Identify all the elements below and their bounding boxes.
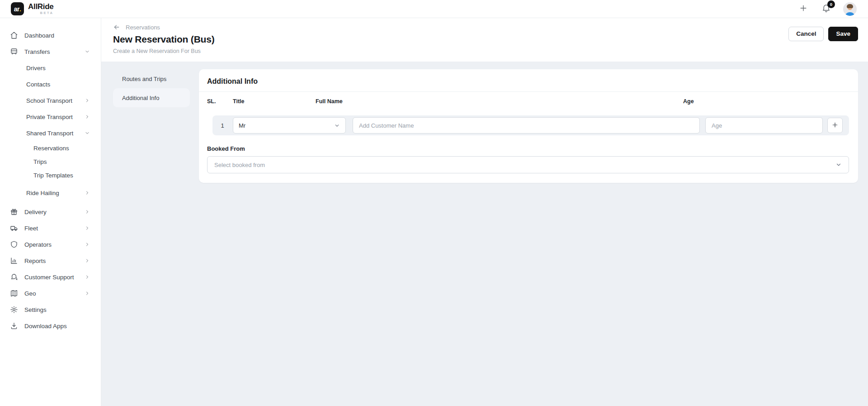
sidebar-item-reports[interactable]: Reports bbox=[0, 253, 101, 269]
chevron-down-icon bbox=[835, 162, 842, 168]
sidebar-item-label: School Transport bbox=[26, 97, 72, 104]
plus-icon bbox=[799, 4, 808, 14]
divider bbox=[199, 91, 858, 92]
passenger-row: 1 Mr bbox=[212, 115, 849, 135]
bar-chart-icon bbox=[10, 257, 18, 265]
chevron-right-icon bbox=[85, 274, 90, 280]
breadcrumb-label[interactable]: Reservations bbox=[126, 24, 160, 31]
sidebar-item-label: Drivers bbox=[26, 65, 46, 72]
sidebar-item-label: Transfers bbox=[24, 48, 50, 55]
logo-mark-icon: ar. bbox=[11, 2, 24, 15]
brand-text: AllRide BETA bbox=[28, 3, 53, 15]
sidebar-item-label: Contacts bbox=[26, 81, 50, 88]
sidebar-item-drivers[interactable]: Drivers bbox=[0, 60, 101, 76]
chevron-right-icon bbox=[85, 242, 90, 247]
bus-icon bbox=[10, 48, 18, 56]
brand-name: AllRide bbox=[28, 3, 53, 10]
chevron-right-icon bbox=[85, 209, 90, 215]
column-header-age: Age bbox=[683, 98, 694, 105]
card-title: Additional Info bbox=[207, 77, 849, 86]
sidebar-item-label: Reservations bbox=[33, 145, 69, 152]
header-actions: Cancel Save bbox=[788, 27, 858, 41]
tab-additional-info[interactable]: Additional Info bbox=[113, 88, 190, 107]
sidebar-item-label: Trip Templates bbox=[33, 172, 73, 179]
chevron-right-icon bbox=[85, 225, 90, 231]
sidebar-item-contacts[interactable]: Contacts bbox=[0, 76, 101, 92]
additional-info-card: Additional Info SL. Title Full Name Age … bbox=[199, 69, 858, 183]
topbar: ar. AllRide BETA 0 bbox=[0, 0, 868, 18]
main-area: Reservations New Reservation (Bus) Creat… bbox=[101, 18, 868, 406]
sidebar-item-trip-templates[interactable]: Trip Templates bbox=[0, 168, 101, 182]
tab-label: Additional Info bbox=[122, 95, 159, 101]
sidebar-item-trips[interactable]: Trips bbox=[0, 155, 101, 168]
tab-label: Routes and Trips bbox=[122, 76, 166, 82]
sidebar-item-label: Operators bbox=[24, 241, 52, 248]
content-area: Routes and Trips Additional Info Additio… bbox=[101, 62, 868, 406]
sidebar-item-school-transport[interactable]: School Transport bbox=[0, 92, 101, 109]
booked-from-label: Booked From bbox=[207, 145, 849, 152]
gear-icon bbox=[10, 306, 18, 314]
chevron-right-icon bbox=[85, 190, 90, 196]
table-column-headers: SL. Title Full Name Age bbox=[207, 98, 849, 105]
sidebar-item-settings[interactable]: Settings bbox=[0, 301, 101, 318]
title-select[interactable]: Mr bbox=[233, 117, 346, 134]
chevron-down-icon bbox=[85, 130, 90, 136]
sidebar-item-geo[interactable]: Geo bbox=[0, 285, 101, 301]
avatar-shirt bbox=[845, 12, 855, 16]
full-name-input[interactable] bbox=[353, 117, 700, 134]
page-subtitle: Create a New Reservation For Bus bbox=[113, 48, 858, 54]
chevron-right-icon bbox=[85, 114, 90, 119]
sidebar-item-label: Ride Hailing bbox=[26, 190, 59, 196]
form-section-nav: Routes and Trips Additional Info bbox=[113, 69, 190, 107]
sidebar-item-fleet[interactable]: Fleet bbox=[0, 220, 101, 236]
column-header-sl: SL. bbox=[207, 98, 216, 105]
cancel-button[interactable]: Cancel bbox=[788, 27, 824, 41]
title-select-value: Mr bbox=[239, 122, 245, 129]
sidebar-item-label: Download Apps bbox=[24, 323, 67, 330]
notifications-button[interactable]: 0 bbox=[821, 4, 831, 14]
tab-routes-and-trips[interactable]: Routes and Trips bbox=[113, 69, 190, 88]
chat-icon bbox=[10, 273, 18, 281]
sidebar: Dashboard Transfers Drivers Contacts Sch… bbox=[0, 18, 101, 406]
map-icon bbox=[10, 289, 18, 297]
chevron-right-icon bbox=[85, 98, 90, 103]
sidebar-item-customer-support[interactable]: Customer Support bbox=[0, 269, 101, 285]
user-avatar[interactable] bbox=[843, 2, 857, 16]
sidebar-item-delivery[interactable]: Delivery bbox=[0, 204, 101, 220]
add-new-button[interactable] bbox=[798, 4, 809, 14]
add-passenger-button[interactable] bbox=[827, 118, 843, 133]
booked-from-select[interactable]: Select booked from bbox=[207, 156, 849, 173]
sidebar-item-transfers[interactable]: Transfers bbox=[0, 43, 101, 60]
sidebar-item-label: Delivery bbox=[24, 209, 47, 215]
sidebar-item-label: Shared Transport bbox=[26, 130, 73, 137]
age-input[interactable] bbox=[705, 117, 823, 134]
sidebar-item-label: Customer Support bbox=[24, 274, 74, 281]
back-arrow-icon[interactable] bbox=[113, 24, 120, 31]
sidebar-item-label: Geo bbox=[24, 290, 36, 297]
chevron-down-icon bbox=[85, 49, 90, 54]
column-header-full-name: Full Name bbox=[316, 98, 343, 105]
sidebar-item-label: Trips bbox=[33, 158, 47, 165]
sidebar-item-download-apps[interactable]: Download Apps bbox=[0, 318, 101, 334]
save-button[interactable]: Save bbox=[828, 27, 858, 41]
sidebar-item-label: Reports bbox=[24, 258, 46, 264]
notification-count-badge: 0 bbox=[827, 0, 835, 8]
topbar-actions: 0 bbox=[798, 2, 857, 16]
sidebar-item-shared-transport[interactable]: Shared Transport bbox=[0, 125, 101, 141]
avatar-hair bbox=[847, 4, 853, 8]
sidebar-item-reservations[interactable]: Reservations bbox=[0, 141, 101, 155]
app-logo[interactable]: ar. AllRide BETA bbox=[11, 2, 53, 15]
sidebar-item-ride-hailing[interactable]: Ride Hailing bbox=[0, 185, 101, 201]
sidebar-item-label: Private Transport bbox=[26, 114, 73, 120]
truck-icon bbox=[10, 224, 18, 232]
sidebar-item-private-transport[interactable]: Private Transport bbox=[0, 109, 101, 125]
breadcrumb: Reservations bbox=[113, 24, 858, 31]
brand-beta-badge: BETA bbox=[40, 11, 54, 15]
sidebar-item-dashboard[interactable]: Dashboard bbox=[0, 27, 101, 43]
chevron-down-icon bbox=[334, 123, 340, 129]
shield-icon bbox=[10, 240, 18, 248]
chevron-right-icon bbox=[85, 291, 90, 296]
sidebar-item-operators[interactable]: Operators bbox=[0, 236, 101, 253]
plus-icon bbox=[831, 121, 839, 130]
chevron-right-icon bbox=[85, 258, 90, 263]
